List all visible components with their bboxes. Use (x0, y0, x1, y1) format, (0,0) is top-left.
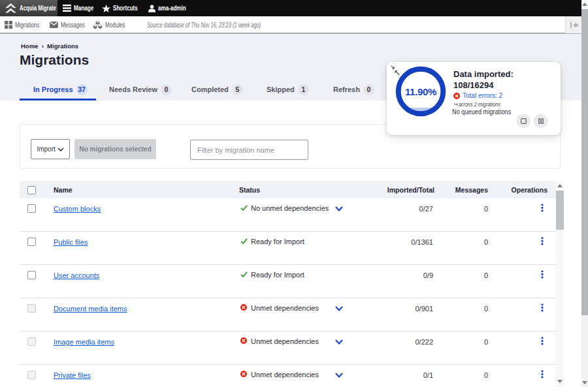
svg-text:11.90%: 11.90% (405, 86, 436, 97)
